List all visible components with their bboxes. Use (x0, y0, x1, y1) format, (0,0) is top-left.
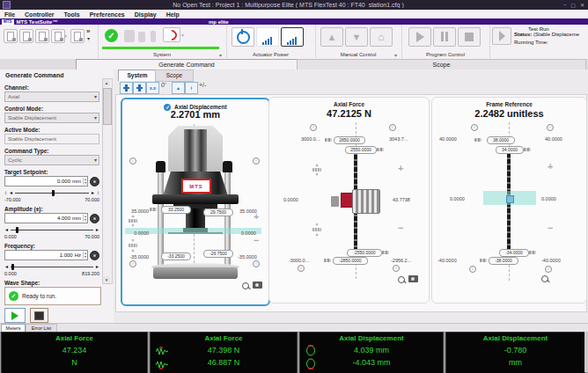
chevron-down-icon[interactable]: ▾ (394, 52, 397, 58)
command-type-select[interactable]: Cyclic ▾ (4, 155, 99, 165)
zoom-icon[interactable] (541, 275, 548, 282)
info-icon[interactable]: i (469, 266, 476, 273)
info-icon[interactable]: i (547, 124, 554, 131)
print-test-icon[interactable] (70, 29, 85, 43)
minimize-button[interactable]: – (563, 2, 566, 8)
gear-icon[interactable] (90, 214, 99, 223)
info-icon[interactable]: i (129, 157, 136, 165)
scroll-down-icon[interactable]: ▾ (103, 276, 110, 283)
home-button[interactable]: ⌂ (370, 27, 393, 47)
minus-icon[interactable]: − (254, 236, 259, 245)
maximize-button[interactable]: ▢ (570, 2, 576, 8)
tab-scope-inner[interactable]: Scope (155, 69, 194, 82)
jog-up-button[interactable]: ▲ (320, 27, 343, 47)
minus-icon[interactable]: − (398, 223, 403, 233)
target-setpoint-input[interactable]: 0.000mm ▴▾ (4, 176, 88, 186)
left-panel-scrollbar[interactable]: ▴ ▾ (102, 78, 113, 284)
info-icon[interactable]: i (393, 265, 400, 272)
program-stop-button[interactable] (458, 27, 481, 47)
save-test-icon[interactable] (51, 29, 65, 43)
slider-thumb[interactable] (16, 227, 18, 233)
open-test-icon[interactable] (35, 29, 49, 43)
info-icon[interactable]: i (298, 265, 305, 272)
slider-right-icon[interactable]: ► (95, 226, 99, 233)
program-pause-button[interactable] (433, 27, 456, 47)
snapshot-icon[interactable] (408, 275, 418, 282)
slider-thumb[interactable] (52, 190, 55, 196)
plus-minus-icon[interactable]: +/- (199, 82, 206, 88)
new-test-icon[interactable] (4, 29, 18, 43)
zero-offset-icon[interactable]: 0' (161, 82, 165, 88)
channel-select[interactable]: Axial ▾ (4, 91, 99, 102)
info-icon[interactable]: i (545, 266, 552, 273)
info-icon[interactable]: i (310, 124, 317, 131)
actuator-limits-icon[interactable] (133, 82, 146, 94)
tab-generate-command[interactable]: Generate Command (76, 59, 298, 69)
program-run-button[interactable] (408, 27, 431, 47)
spinner-icon[interactable]: ▴▾ (83, 178, 86, 185)
menu-preferences[interactable]: Preferences (90, 11, 125, 18)
tab-system[interactable]: System (118, 69, 157, 81)
chevron-down-icon[interactable]: ▾ (64, 33, 67, 39)
slider-left-icon[interactable]: ◄ (9, 189, 13, 196)
slider-left-icon[interactable]: ◄ (4, 263, 9, 270)
menu-tools[interactable]: Tools (64, 11, 80, 18)
gauge-frame-reference[interactable]: Frame Reference 2.2482 unitless i i 40.0… (431, 97, 587, 304)
scroll-thumb[interactable] (103, 88, 112, 125)
info-icon[interactable]: i (129, 260, 136, 267)
plus-icon[interactable]: + (398, 163, 403, 173)
frequency-slider[interactable]: ◄ ► (4, 263, 99, 270)
amplitude-slider[interactable]: ◄ ► (4, 226, 99, 233)
menu-help[interactable]: Help (166, 11, 180, 18)
slider-left-icon[interactable]: ◄ (4, 226, 9, 233)
chevron-down-icon[interactable]: ▾ (219, 52, 222, 58)
target-setpoint-slider[interactable]: ↕ ◄ ► ↕ (4, 189, 99, 196)
frequency-input[interactable]: 1.000Hz ▴▾ (4, 250, 88, 260)
info-icon[interactable]: i (253, 260, 260, 267)
jog-down-control[interactable]: ▼▲ (312, 223, 322, 237)
control-mode-select[interactable]: Stable Displacement ▾ (4, 113, 99, 123)
close-button[interactable]: ✕ (580, 2, 584, 8)
slider-thumb[interactable] (11, 264, 14, 270)
info-icon[interactable]: i (389, 124, 396, 131)
spinner-icon[interactable]: ▴▾ (83, 215, 86, 222)
jog-up-control[interactable]: ▲▼ (128, 214, 138, 228)
info-toggle-icon[interactable]: i (185, 82, 198, 94)
jog-min-icon[interactable]: ↕ (4, 189, 7, 196)
run-button[interactable] (4, 308, 26, 323)
jog-down-control[interactable]: ▼▲ (128, 238, 138, 252)
edit-test-icon[interactable] (19, 29, 33, 43)
gear-icon[interactable] (90, 251, 99, 260)
menu-controller[interactable]: Controller (25, 11, 54, 18)
hsm-low-button[interactable] (256, 27, 279, 47)
gear-icon[interactable] (90, 177, 99, 186)
stop-button[interactable] (30, 308, 48, 323)
menu-file[interactable]: File (4, 11, 15, 18)
gauge-axial-force[interactable]: Axial Force 47.2125 N i i 3000.0... 2850… (268, 97, 430, 304)
zoom-icon[interactable] (398, 276, 405, 283)
run-test-button[interactable] (492, 27, 511, 45)
jog-max-icon[interactable]: ↕ (97, 189, 99, 196)
actuator-power-button[interactable] (232, 27, 254, 47)
info-icon[interactable]: i (471, 124, 478, 131)
snapshot-icon[interactable] (253, 282, 262, 289)
interlock-reset-button[interactable] (163, 27, 180, 42)
amplitude-input[interactable]: 4.000mm ▴▾ (4, 213, 88, 223)
slider-right-icon[interactable]: ► (95, 263, 99, 270)
numeric-display-icon[interactable]: x.x (146, 82, 159, 94)
gauge-axial-displacement[interactable]: ✓ Axial Displacement 2.2701 mm MTS i i 3… (121, 98, 270, 306)
plus-icon[interactable]: + (254, 212, 259, 221)
info-icon[interactable]: i (253, 157, 260, 165)
scroll-up-icon[interactable]: ▴ (103, 79, 110, 86)
menu-display[interactable]: Display (135, 11, 157, 18)
meters-scrollbar[interactable] (584, 332, 588, 372)
actuator-view-icon[interactable] (120, 82, 133, 94)
slider-right-icon[interactable]: ► (91, 189, 95, 196)
chevron-down-icon[interactable]: ▾ (87, 35, 90, 41)
jog-down-button[interactable]: ▼ (345, 27, 368, 47)
spinner-icon[interactable]: ▴▾ (83, 252, 86, 259)
hsm-high-button[interactable] (281, 27, 304, 47)
overflow-icon[interactable]: » (86, 27, 90, 35)
jog-up-control[interactable]: ▲▼ (312, 163, 322, 177)
minus-icon[interactable]: − (548, 223, 553, 233)
